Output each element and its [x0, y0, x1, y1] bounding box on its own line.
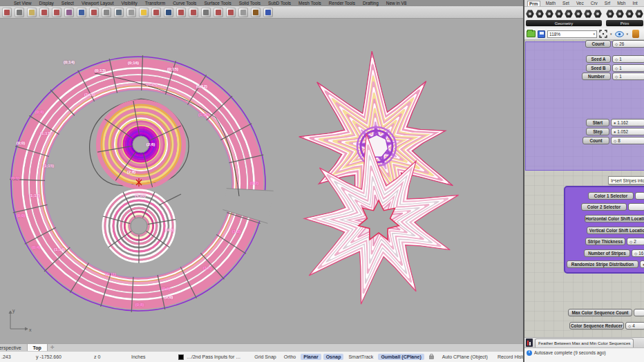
gh-component-hex-icon[interactable] — [584, 10, 592, 18]
units-label[interactable]: Inches — [131, 354, 163, 359]
tool-icon[interactable] — [27, 8, 37, 17]
tool-icon[interactable] — [15, 8, 24, 17]
menu-item-new-in-v8[interactable]: New in V8 — [386, 1, 407, 6]
paint-bucket-icon[interactable] — [251, 8, 261, 17]
gh-component-hex-icon[interactable] — [526, 10, 534, 18]
display-style-icon[interactable] — [632, 30, 639, 38]
gh-param-stripe-thickness-value[interactable]: ◇2 — [627, 238, 644, 245]
gh-palette-group-label[interactable]: Geometry — [526, 20, 602, 26]
paint-brush-icon[interactable] — [263, 8, 273, 17]
gh-param-stripe-thickness[interactable]: Stripe Thickness — [585, 238, 625, 245]
gh-document-icon[interactable] — [526, 339, 533, 347]
menu-item-visibility[interactable]: Visibility — [121, 1, 137, 6]
folder-open-icon[interactable] — [139, 8, 149, 17]
gh-tab-vec[interactable]: Vec — [575, 1, 585, 6]
menu-item-transform[interactable]: Transform — [145, 1, 165, 6]
tool-icon[interactable] — [114, 8, 124, 17]
menu-item-select[interactable]: Select — [61, 1, 74, 6]
viewport-tab-gear-icon[interactable]: ✛ — [48, 344, 57, 351]
gh-param-color-2-selector[interactable]: Color 2 Selector — [581, 203, 627, 211]
tool-icon[interactable] — [102, 8, 111, 17]
gh-param-vertical-color-shift-location[interactable]: Vertical Color Shift Location — [587, 227, 644, 234]
gh-component-hex-icon[interactable] — [616, 10, 624, 18]
toggle-gumball-cplane-[interactable]: Gumball (CPlane) — [378, 354, 424, 360]
toggle-osnap[interactable]: Osnap — [323, 354, 344, 360]
menu-item-subd-tools[interactable]: SubD Tools — [268, 1, 291, 6]
menu-item-solid-tools[interactable]: Solid Tools — [239, 1, 261, 6]
tool-icon[interactable] — [39, 8, 49, 17]
tool-icon[interactable] — [64, 8, 74, 17]
gh-tab-int[interactable]: Int — [631, 1, 638, 6]
save-file-icon[interactable] — [538, 30, 545, 38]
open-file-icon[interactable] — [527, 30, 536, 37]
tool-icon[interactable] — [164, 8, 173, 17]
toggle-grid-snap[interactable]: Grid Snap — [252, 354, 279, 360]
gh-param-color-sequence-reducer[interactable]: Color Sequence Reducer — [569, 322, 624, 330]
tool-icon[interactable] — [201, 8, 211, 17]
preview-eye-icon[interactable] — [615, 31, 624, 37]
gh-component-hex-icon[interactable] — [555, 10, 563, 18]
tab-perspective[interactable]: Perspective — [0, 344, 27, 351]
menu-item-viewport-layout[interactable]: Viewport Layout — [82, 1, 114, 6]
gh-tab-math[interactable]: Math — [544, 1, 557, 6]
toggle-smarttrack[interactable]: SmartTrack — [345, 354, 376, 360]
gh-param-horizontal-color-shift-location[interactable]: Horizontal Color Shift Location — [585, 215, 644, 222]
tab-top[interactable]: Top — [27, 344, 48, 351]
gh-tab-set[interactable]: Set — [561, 1, 571, 6]
gh-canvas[interactable]: Count◇26Seed A◇1Seed B◇1Number◇1Start●1.… — [524, 40, 644, 337]
gh-param-max-color-sequence-count-value[interactable] — [634, 309, 644, 316]
gh-param-number-value[interactable]: ◇1 — [612, 73, 644, 80]
tool-icon[interactable] — [189, 8, 198, 17]
status-item-auto-cplane-object-[interactable]: Auto CPlane (Object) — [442, 354, 488, 359]
gh-param-step[interactable]: Step — [586, 128, 609, 135]
gh-param-color-1-selector[interactable]: Color 1 Selector — [588, 192, 634, 200]
gh-param-number-of-stripes[interactable]: Number of Stripes — [584, 249, 630, 257]
gh-param-seed-a-value[interactable]: ◇1 — [612, 55, 644, 63]
gh-component-hex-icon[interactable] — [625, 10, 634, 18]
gh-component-hex-icon[interactable] — [565, 10, 573, 18]
menu-item-curve-tools[interactable]: Curve Tools — [173, 1, 196, 6]
gh-component-hex-icon[interactable] — [545, 10, 553, 18]
tool-icon[interactable] — [77, 8, 86, 17]
gh-component-hex-icon[interactable] — [594, 10, 602, 18]
menu-item-mesh-tools[interactable]: Mesh Tools — [299, 1, 321, 6]
gh-component-hex-icon[interactable] — [635, 10, 643, 18]
gh-param-count[interactable]: Count — [583, 137, 609, 144]
gh-param-color-1-selector-value[interactable] — [635, 192, 644, 200]
tool-icon[interactable] — [176, 8, 186, 17]
gh-param-number-of-stripes-value[interactable]: ◇16 — [632, 249, 644, 257]
gh-palette-group-label[interactable]: Prim — [606, 20, 643, 26]
zoom-extents-icon[interactable] — [599, 30, 607, 38]
menu-item-display[interactable]: Display — [39, 1, 54, 6]
gh-component-hex-icon[interactable] — [606, 10, 614, 18]
gh-tab-srf[interactable]: Srf — [603, 1, 612, 6]
menu-item-surface-tools[interactable]: Surface Tools — [204, 1, 231, 6]
menu-item-drafting[interactable]: Drafting — [363, 1, 379, 6]
chevron-down-icon[interactable]: ▾ — [627, 32, 629, 36]
tool-icon[interactable] — [52, 8, 61, 17]
top-viewport[interactable]: yx (0;14)(0;16)(0;15)(0;13)(1;14)(0;12)(… — [0, 19, 523, 343]
zoom-level-select[interactable]: 118% ▾ — [547, 30, 597, 38]
tool-icon[interactable] — [238, 8, 248, 17]
gh-component-hex-icon[interactable] — [574, 10, 583, 18]
gh-param-seed-b[interactable]: Seed B — [586, 64, 611, 72]
tool-icon[interactable] — [214, 8, 223, 17]
gh-tab-crv[interactable]: Crv — [589, 1, 599, 6]
tool-icon[interactable] — [89, 8, 99, 17]
gh-param-color-sequence-reducer-value[interactable]: ◇4 — [625, 322, 644, 330]
tool-icon[interactable] — [2, 8, 12, 17]
gh-param-step-value[interactable]: ●1.052 — [611, 128, 644, 135]
gh-tab-msh[interactable]: Msh — [616, 1, 627, 6]
gh-tab-prm[interactable]: Prm — [527, 1, 540, 6]
tool-icon[interactable] — [226, 8, 236, 17]
lock-icon[interactable] — [429, 354, 434, 360]
gh-component-hex-icon[interactable] — [536, 10, 544, 18]
current-layer-label[interactable]: …/2nd Pass Inputs for … — [187, 354, 240, 359]
gh-param-start[interactable]: Start — [586, 119, 609, 126]
gh-param-color-2-selector-value[interactable] — [628, 203, 644, 211]
chevron-down-icon[interactable]: ▾ — [610, 32, 612, 36]
gh-param-seed-a[interactable]: Seed A — [586, 55, 611, 63]
gh-param-count-value[interactable]: ◇8 — [611, 137, 644, 144]
menu-item-render-tools[interactable]: Render Tools — [329, 1, 355, 6]
layer-color-swatch[interactable] — [178, 354, 184, 360]
